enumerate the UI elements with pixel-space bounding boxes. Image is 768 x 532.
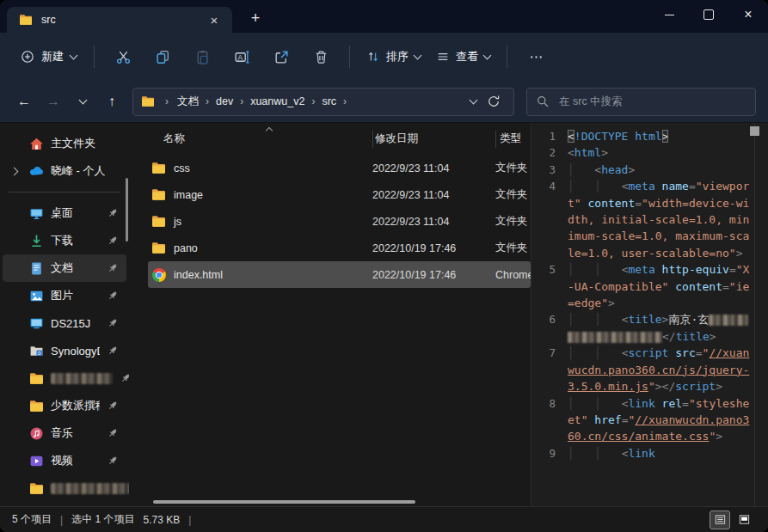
sidebar-item[interactable]: DS215J [3,309,126,337]
sidebar-scrollbar[interactable] [126,178,128,242]
file-list: css2022/9/23 11:04文件夹image2022/9/23 11:0… [129,155,531,506]
blurred-label [51,373,113,384]
cut-button[interactable] [103,41,143,72]
more-options-button[interactable] [516,41,556,72]
address-box[interactable]: › 文档›dev›xuanwu_v2›src› [132,88,514,116]
folder-icon [28,399,44,413]
new-tab-button[interactable]: + [243,7,268,29]
code-line: 6│ │ <title>南京·玄</title> [531,311,768,345]
status-selection-size: 5.73 KB [143,514,180,526]
sort-ascending-icon [267,124,272,136]
view-button[interactable]: 查看 [428,42,498,71]
refresh-icon[interactable] [487,95,501,108]
new-button-label: 新建 [41,49,64,64]
sidebar-item[interactable]: 晓峰 - 个人 [3,157,126,185]
copy-icon [155,49,171,65]
file-date: 2022/9/23 11:04 [372,162,495,174]
code-line: 1<!DOCTYPE html> [531,128,768,144]
window-controls: × [649,0,768,29]
sidebar-item-label: 少数派撰稿 [51,398,100,413]
sidebar-item[interactable]: 文档 [3,254,126,282]
breadcrumb-item[interactable]: src [318,93,340,110]
code-line: 3│ <head> [531,162,768,178]
sidebar-item-label: 图片 [51,288,100,303]
content-area: 主文件夹晓峰 - 个人桌面下载文档图片DS215JDSynologyDri少数派… [0,123,768,506]
back-button[interactable]: ← [12,89,36,113]
rename-icon: A [234,49,250,65]
sort-button[interactable]: 排序 [359,42,428,71]
chevron-down-icon [414,52,422,60]
sidebar-item[interactable]: 下载 [3,227,126,254]
file-row[interactable]: js2022/9/23 11:04文件夹 [148,208,531,235]
sidebar-item[interactable]: 少数派撰稿 [3,392,126,419]
line-number: 7 [531,345,556,361]
file-row[interactable]: css2022/9/23 11:04文件夹 [148,155,531,181]
sidebar: 主文件夹晓峰 - 个人桌面下载文档图片DS215JDSynologyDri少数派… [0,123,129,506]
column-header-type[interactable]: 类型 [496,131,531,146]
content-view-button[interactable] [734,511,754,529]
breadcrumb-separator: › [162,95,172,107]
folder-icon [151,214,166,229]
up-button[interactable]: ↑ [100,89,124,113]
downloads-icon [28,234,44,248]
explorer-tab[interactable]: src × [7,7,232,33]
code-text: │ │ <link rel="stylesheet" href="//xuanw… [568,395,751,445]
sidebar-item-label: 晓峰 - 个人 [51,163,120,179]
sidebar-item[interactable] [3,364,126,392]
sidebar-item[interactable]: DSynologyDri [3,337,126,364]
code-line: 4│ │ <meta name="viewport" content="widt… [531,178,768,261]
chevron-right-icon[interactable] [11,168,22,174]
code-text: │ │ <meta name="viewport" content="width… [568,178,751,261]
sidebar-item[interactable]: 图片 [3,282,126,309]
close-button[interactable]: × [728,0,768,29]
new-button[interactable]: 新建 [12,42,85,71]
sidebar-item[interactable] [3,474,126,502]
delete-button[interactable] [301,41,341,72]
column-header-name[interactable]: 名称 [148,131,372,146]
file-row[interactable]: index.html2022/10/19 17:46Chrome [148,261,531,288]
share-icon [273,49,290,65]
desktop-icon [28,206,44,221]
search-input[interactable] [557,95,746,108]
rename-button[interactable]: A [222,41,261,72]
breadcrumb-item[interactable]: dev [212,93,237,110]
view-button-label: 查看 [456,49,478,64]
file-date: 2022/9/23 11:04 [372,216,495,228]
file-name: css [174,162,190,174]
chevron-down-icon[interactable] [470,96,478,105]
horizontal-scrollbar[interactable] [153,500,415,504]
sidebar-item[interactable]: 音乐 [3,419,126,447]
minimize-button[interactable] [649,0,689,29]
sidebar-item[interactable]: 桌面 [3,199,126,227]
line-number: 6 [531,311,556,327]
pin-icon [120,372,129,384]
status-bar: 5 个项目 | 选中 1 个项目 5.73 KB | [0,506,768,532]
command-bar: 新建 A 排序 查看 [0,33,768,81]
svg-text:A: A [237,52,243,61]
details-view-button[interactable] [710,511,730,529]
toolbar-actions: A [103,41,341,72]
sidebar-item[interactable]: 视频 [3,447,126,474]
maximize-button[interactable] [689,0,728,29]
file-row[interactable]: image2022/9/23 11:04文件夹 [148,181,531,208]
file-date: 2022/10/19 17:46 [372,242,495,254]
sidebar-item[interactable]: 主文件夹 [3,130,126,157]
sort-icon [366,50,380,64]
toolbar-separator [507,46,507,68]
column-header-date[interactable]: 修改日期 [373,131,495,146]
tab-close-icon[interactable]: × [203,10,225,29]
copy-button[interactable] [143,41,182,72]
breadcrumb-item[interactable]: 文档 [174,92,202,112]
share-button[interactable] [261,41,301,72]
minimize-icon [665,15,674,15]
breadcrumb-item[interactable]: xuanwu_v2 [247,93,308,110]
file-row[interactable]: pano2022/10/19 17:46文件夹 [148,235,531,261]
paste-button[interactable] [182,41,222,72]
file-type: 文件夹 [495,187,531,202]
recent-locations-button[interactable] [71,89,95,113]
file-name: js [174,216,181,228]
toolbar-separator [94,46,95,68]
preview-scrollbar-thumb[interactable] [750,126,759,136]
forward-button[interactable]: → [41,89,65,113]
code-text: │ │ <title>南京·玄</title> [568,311,751,345]
